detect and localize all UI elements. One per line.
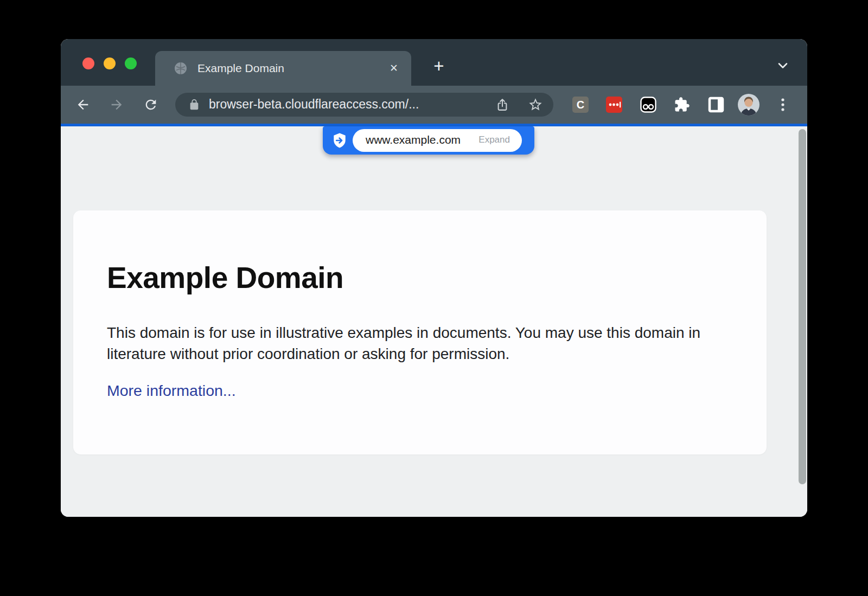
chevron-down-icon[interactable] bbox=[775, 58, 790, 73]
scrollbar-thumb[interactable] bbox=[799, 129, 806, 484]
browser-tab[interactable]: Example Domain ✕ bbox=[155, 51, 411, 86]
tab-strip: Example Domain ✕ + bbox=[61, 39, 807, 86]
globe-favicon-icon bbox=[174, 61, 188, 75]
share-icon[interactable] bbox=[495, 98, 509, 112]
expand-button[interactable]: Expand bbox=[478, 134, 510, 145]
extension-c-icon[interactable]: C bbox=[572, 97, 589, 113]
page-heading: Example Domain bbox=[107, 260, 767, 295]
content-card: Example Domain This domain is for use in… bbox=[73, 210, 767, 454]
forward-button[interactable] bbox=[109, 97, 124, 112]
isolated-url-pill[interactable]: www.example.com Expand bbox=[353, 129, 522, 152]
bookmark-star-icon[interactable] bbox=[528, 97, 543, 112]
back-button[interactable] bbox=[75, 97, 91, 112]
menu-kebab-icon[interactable] bbox=[778, 97, 787, 112]
page-content: www.example.com Expand Example Domain Th… bbox=[61, 126, 807, 517]
reload-button[interactable] bbox=[143, 97, 158, 112]
side-panel-icon[interactable] bbox=[708, 97, 724, 113]
page-paragraph: This domain is for use in illustrative e… bbox=[107, 322, 731, 364]
screenshot-stage: Example Domain ✕ + bbox=[0, 0, 868, 596]
address-bar[interactable]: browser-beta.cloudflareaccess.com/... bbox=[175, 93, 553, 117]
browser-isolation-pill[interactable]: www.example.com Expand bbox=[323, 126, 534, 155]
more-information-link[interactable]: More information... bbox=[107, 382, 236, 400]
goggles-extension-icon[interactable] bbox=[640, 97, 656, 113]
url-text: browser-beta.cloudflareaccess.com/... bbox=[209, 97, 419, 112]
shield-icon bbox=[331, 132, 348, 149]
lastpass-extension-icon[interactable] bbox=[606, 97, 622, 113]
isolated-hostname: www.example.com bbox=[366, 133, 461, 146]
new-tab-button[interactable]: + bbox=[429, 56, 449, 77]
traffic-light-minimize-button[interactable] bbox=[104, 57, 116, 69]
extensions-puzzle-icon[interactable] bbox=[674, 97, 690, 113]
browser-window: Example Domain ✕ + bbox=[61, 39, 807, 517]
tab-close-icon[interactable]: ✕ bbox=[386, 61, 401, 76]
profile-avatar[interactable] bbox=[738, 94, 760, 116]
browser-toolbar: browser-beta.cloudflareaccess.com/... C bbox=[61, 86, 807, 124]
traffic-light-zoom-button[interactable] bbox=[125, 57, 137, 69]
tab-title: Example Domain bbox=[197, 62, 284, 75]
traffic-light-close-button[interactable] bbox=[82, 57, 94, 69]
lock-icon[interactable] bbox=[188, 99, 200, 111]
